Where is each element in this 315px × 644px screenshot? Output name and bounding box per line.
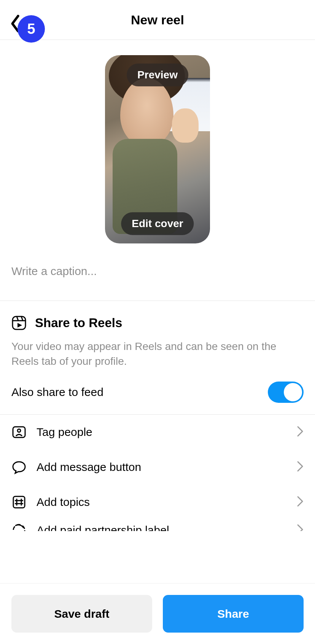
add-topics-row[interactable]: Add topics bbox=[0, 485, 315, 520]
add-paid-partnership-row[interactable]: Add paid partnership label bbox=[0, 520, 315, 531]
share-to-reels-row: Share to Reels bbox=[11, 315, 304, 331]
also-share-feed-label: Also share to feed bbox=[11, 386, 103, 399]
add-paid-partnership-label: Add paid partnership label bbox=[37, 524, 287, 531]
page-title: New reel bbox=[131, 13, 184, 27]
header: New reel bbox=[0, 0, 315, 40]
chevron-right-icon bbox=[297, 426, 304, 439]
edit-cover-button[interactable]: Edit cover bbox=[121, 212, 194, 235]
share-to-reels-label: Share to Reels bbox=[35, 316, 122, 330]
svg-rect-0 bbox=[13, 316, 25, 329]
svg-line-2 bbox=[17, 316, 18, 321]
svg-line-3 bbox=[21, 316, 23, 321]
svg-marker-4 bbox=[18, 323, 22, 328]
toggle-knob bbox=[284, 383, 302, 401]
caption-input[interactable] bbox=[11, 265, 304, 278]
footer: Save draft Share bbox=[0, 583, 315, 644]
add-message-button-label: Add message button bbox=[37, 461, 287, 474]
also-share-feed-toggle[interactable] bbox=[268, 382, 304, 403]
partnership-icon bbox=[11, 523, 27, 531]
reels-icon bbox=[11, 315, 27, 331]
svg-point-6 bbox=[18, 429, 21, 432]
share-button[interactable]: Share bbox=[163, 595, 304, 633]
tag-people-label: Tag people bbox=[37, 426, 287, 439]
topics-icon bbox=[11, 495, 27, 510]
add-topics-label: Add topics bbox=[37, 496, 287, 509]
chevron-right-icon bbox=[297, 461, 304, 474]
cover-area: Preview Edit cover bbox=[0, 40, 315, 243]
save-draft-button[interactable]: Save draft bbox=[11, 595, 152, 633]
step-badge: 5 bbox=[18, 15, 45, 43]
caption-area bbox=[0, 243, 315, 301]
chevron-right-icon bbox=[297, 524, 304, 531]
chevron-right-icon bbox=[297, 496, 304, 509]
preview-button[interactable]: Preview bbox=[127, 64, 188, 86]
add-message-button-row[interactable]: Add message button bbox=[0, 450, 315, 485]
options-list: Tag people Add message button Add topics bbox=[0, 415, 315, 531]
message-icon bbox=[11, 460, 27, 475]
svg-rect-7 bbox=[13, 496, 25, 508]
tag-people-icon bbox=[11, 425, 27, 440]
reel-cover-thumbnail[interactable]: Preview Edit cover bbox=[105, 55, 210, 243]
share-to-reels-section: Share to Reels Your video may appear in … bbox=[0, 301, 315, 414]
tag-people-row[interactable]: Tag people bbox=[0, 415, 315, 450]
also-share-feed-row: Also share to feed bbox=[11, 382, 304, 403]
share-to-reels-description: Your video may appear in Reels and can b… bbox=[11, 339, 304, 369]
